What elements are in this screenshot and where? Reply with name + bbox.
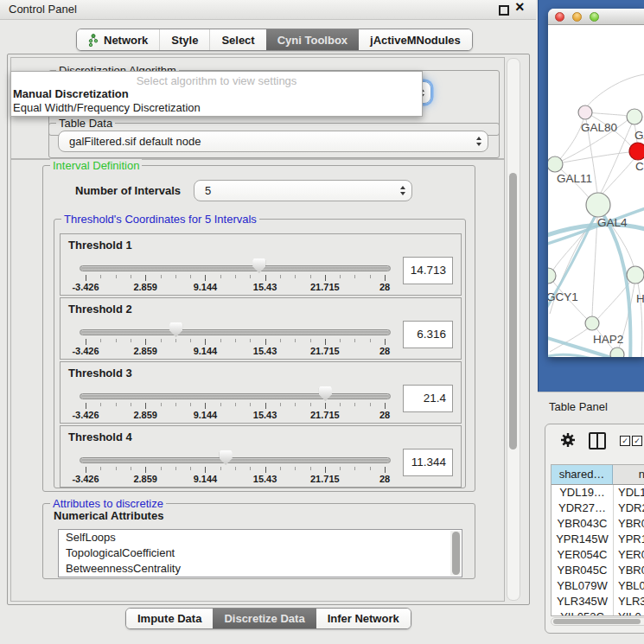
close-traffic-light-icon[interactable] <box>555 12 564 22</box>
network-edge <box>601 124 632 193</box>
threshold-label: Threshold 3 <box>68 367 132 379</box>
tab-style[interactable]: Style <box>159 29 209 50</box>
table-data-label: Table Data <box>56 117 115 130</box>
number-of-intervals-select[interactable]: 5 <box>194 180 412 201</box>
gcy1-node[interactable] <box>548 268 556 284</box>
cell-shared-name: YPR145W <box>552 532 613 547</box>
network-edge <box>560 112 585 159</box>
zoom-traffic-light-icon[interactable] <box>590 12 599 22</box>
attribute-list-item[interactable]: BetweennessCentrality <box>59 561 462 577</box>
cell-shared-name: YDL19… <box>552 485 613 501</box>
network-window-titlebar[interactable] <box>548 9 644 25</box>
table-row[interactable]: YBR045CYBR0 <box>552 563 644 578</box>
algorithm-option-manual-discretization[interactable]: Manual Discretization <box>13 87 129 101</box>
threshold-label: Threshold 4 <box>68 430 132 443</box>
control-panel-tabs: NetworkStyleSelectCyni ToolboxjActiveMNo… <box>76 29 473 51</box>
tab-discretize-data[interactable]: Discretize Data <box>213 609 316 628</box>
table-row[interactable]: YBL079WYBL0 <box>552 578 644 594</box>
tab-infer-network[interactable]: Infer Network <box>316 609 411 628</box>
gal11-node[interactable] <box>548 156 563 172</box>
tab-label: Cyni Toolbox <box>277 34 348 47</box>
tab-label: jActiveMNodules <box>370 34 461 47</box>
algorithm-option-equal-width-frequency-discretization[interactable]: Equal Width/Frequency Discretization <box>13 101 201 115</box>
tab-impute-data[interactable]: Impute Data <box>126 609 213 628</box>
network-edge <box>592 217 597 316</box>
table-row[interactable]: YIL052CYIL0 <box>552 609 644 616</box>
threshold-1-panel: Threshold 1-3.4262.8599.14415.4321.71528… <box>60 233 462 296</box>
slider-scale-labels: -3.4262.8599.14415.4321.71528 <box>86 282 385 292</box>
top-right-node[interactable] <box>627 109 642 124</box>
cell-shared-name: YIL052C <box>552 609 613 616</box>
attribute-list-item[interactable]: TopologicalCoefficient <box>59 545 462 561</box>
attribute-list-item[interactable]: SelfLoops <box>59 530 462 545</box>
network-edge <box>598 282 630 318</box>
table-panel: ✓ ✓ shared… na YDL19…YDL1YDR27…YDR2YBR04… <box>545 424 644 634</box>
column-header-shared-name[interactable]: shared… <box>552 465 613 485</box>
node-label-hap2: HAP2 <box>593 333 623 346</box>
network-window: GAL80GACGAL11GAL4GCY1HHAP2 <box>548 9 644 357</box>
node-label-c: C <box>635 160 644 173</box>
table-row[interactable]: YLR345WYLR3 <box>552 594 644 609</box>
node-label-ga: GA <box>634 129 644 142</box>
checkbox-icon[interactable]: ✓ <box>620 436 630 446</box>
numerical-attributes-list[interactable]: SelfLoopsTopologicalCoefficientBetweenne… <box>58 529 462 577</box>
panel-scrollbar[interactable] <box>507 58 520 601</box>
settings-gear-icon[interactable] <box>559 431 577 451</box>
table-row[interactable]: YER054CYER0 <box>552 547 644 563</box>
gal80-node[interactable] <box>578 105 592 119</box>
threshold-label: Threshold 1 <box>68 239 132 252</box>
hap2-node[interactable] <box>585 316 599 330</box>
bottom-node[interactable] <box>610 348 624 357</box>
thresholds-group-label: Threshold's Coordinates for 5 Intervals <box>61 213 259 226</box>
algorithm-dropdown-popup: Select algorithm to view settings Manual… <box>10 71 423 117</box>
cell-name: YBR0 <box>618 563 644 578</box>
threshold-value-field[interactable]: 14.713 <box>403 257 453 284</box>
threshold-label: Threshold 2 <box>68 303 132 316</box>
slider-scale-labels: -3.4262.8599.14415.4321.71528 <box>86 410 385 420</box>
slider-track[interactable] <box>80 329 391 335</box>
threshold-value-field[interactable]: 21.4 <box>403 385 453 412</box>
column-chooser-icon[interactable] <box>589 432 606 450</box>
column-header-name[interactable]: na <box>613 465 644 485</box>
cell-shared-name: YBL079W <box>552 578 613 594</box>
checkbox-icon[interactable]: ✓ <box>632 436 642 446</box>
cell-shared-name: YLR345W <box>552 594 613 609</box>
table-row[interactable]: YBR043CYBR0 <box>552 516 644 532</box>
list-scrollbar[interactable] <box>450 531 461 576</box>
slider-track[interactable] <box>80 265 391 271</box>
gal4-node[interactable] <box>586 193 610 217</box>
thresholds-group: Threshold's Coordinates for 5 Intervals … <box>54 219 466 488</box>
red-selected-node[interactable] <box>629 143 644 160</box>
table-row[interactable]: YDR27…YDR2 <box>552 501 644 516</box>
table-data-select[interactable]: galFiltered.sif default node <box>58 131 488 152</box>
tab-jactivemnodules[interactable]: jActiveMNodules <box>359 29 472 50</box>
tab-label: Network <box>104 34 148 47</box>
interval-definition-group: Interval Definition Number of Intervals … <box>42 165 475 492</box>
right-mid-node[interactable] <box>627 266 644 284</box>
cyni-mode-tabs: Impute DataDiscretize DataInfer Network <box>125 608 411 629</box>
tab-cyni-toolbox[interactable]: Cyni Toolbox <box>266 29 359 50</box>
cell-name: YLR3 <box>618 594 644 609</box>
tab-select[interactable]: Select <box>209 29 265 50</box>
slider-track[interactable] <box>80 457 391 463</box>
cell-name: YBR0 <box>618 516 644 532</box>
table-row[interactable]: YDL19…YDL1 <box>552 485 644 501</box>
threshold-value-field[interactable]: 11.344 <box>403 449 453 476</box>
threshold-value-field[interactable]: 6.316 <box>403 321 453 348</box>
node-table[interactable]: shared… na YDL19…YDL1YDR27…YDR2YBR043CYB… <box>551 464 644 616</box>
table-data-select-value: galFiltered.sif default node <box>69 135 470 148</box>
slider-track[interactable] <box>80 393 391 399</box>
float-window-icon[interactable] <box>499 5 509 16</box>
slider-ticks <box>86 467 385 474</box>
table-horizontal-scrollbar[interactable] <box>551 617 644 626</box>
minimize-traffic-light-icon[interactable] <box>572 12 582 22</box>
cell-shared-name: YER054C <box>552 547 613 563</box>
close-icon[interactable]: × <box>515 0 525 16</box>
network-edge <box>603 158 634 194</box>
cell-name: YER0 <box>618 547 644 563</box>
tab-label: Infer Network <box>328 612 399 625</box>
network-canvas[interactable]: GAL80GACGAL11GAL4GCY1HHAP2 <box>548 24 644 357</box>
table-row[interactable]: YPR145WYPR1 <box>552 532 644 547</box>
tab-network[interactable]: Network <box>77 29 159 50</box>
cell-name: YBL0 <box>618 578 644 594</box>
